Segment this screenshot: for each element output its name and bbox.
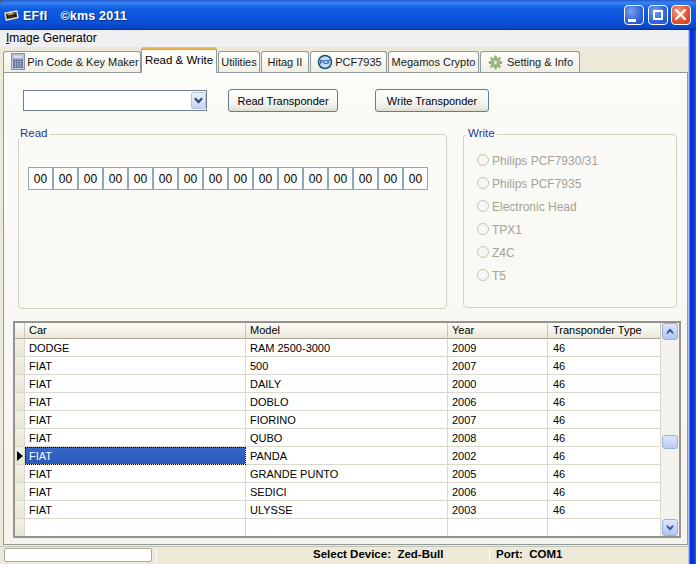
svg-text:PCF: PCF: [320, 59, 331, 65]
